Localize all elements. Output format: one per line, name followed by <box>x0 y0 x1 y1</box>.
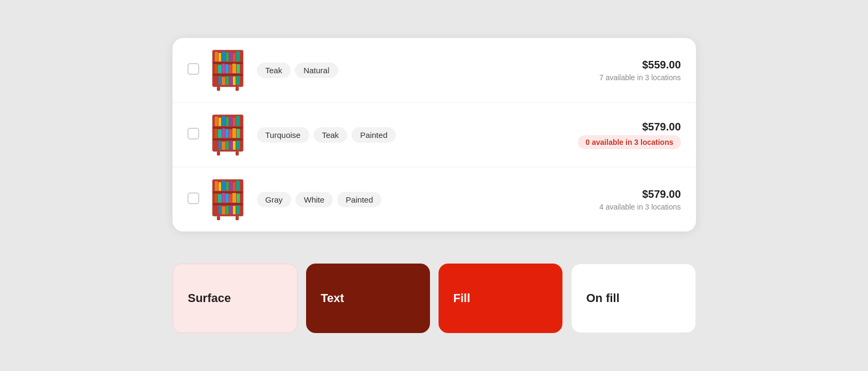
svg-rect-59 <box>229 181 232 191</box>
product-tag: White <box>295 192 333 207</box>
svg-rect-45 <box>222 142 225 150</box>
svg-rect-50 <box>217 151 220 156</box>
swatch-label: Fill <box>453 291 471 305</box>
svg-rect-47 <box>229 141 232 150</box>
svg-rect-25 <box>236 87 239 91</box>
swatch-text: Text <box>306 264 430 333</box>
svg-rect-5 <box>222 51 225 61</box>
svg-rect-55 <box>215 181 218 191</box>
svg-rect-2 <box>213 74 243 76</box>
product-info: $579.004 available in 3 locations <box>564 188 681 211</box>
svg-rect-62 <box>215 194 217 203</box>
svg-rect-24 <box>217 87 220 91</box>
svg-rect-73 <box>229 205 232 214</box>
svg-rect-1 <box>213 62 243 64</box>
svg-rect-70 <box>218 205 221 214</box>
product-info: $559.007 available in 3 locations <box>564 59 681 82</box>
product-row: TurquoiseTeakPainted$579.000 available i… <box>173 103 696 167</box>
swatch-surface: Surface <box>173 264 298 333</box>
svg-rect-40 <box>229 129 232 138</box>
product-image <box>209 178 247 221</box>
svg-rect-20 <box>226 76 229 85</box>
svg-rect-4 <box>218 53 221 61</box>
product-row: TeakNatural$559.007 available in 3 locat… <box>173 38 696 103</box>
svg-rect-67 <box>232 193 236 203</box>
svg-rect-74 <box>233 206 236 214</box>
svg-rect-21 <box>229 76 232 85</box>
svg-rect-46 <box>226 141 229 150</box>
svg-rect-66 <box>229 194 232 203</box>
svg-rect-10 <box>215 64 217 73</box>
svg-rect-65 <box>225 194 229 203</box>
product-tags: GrayWhitePainted <box>257 192 554 207</box>
svg-rect-71 <box>222 206 225 214</box>
svg-rect-49 <box>236 141 240 150</box>
main-container: TeakNatural$559.007 available in 3 locat… <box>173 38 696 333</box>
svg-rect-63 <box>218 194 222 203</box>
swatch-row: SurfaceTextFillOn fill <box>173 264 696 333</box>
product-tag: Natural <box>295 63 338 78</box>
svg-rect-48 <box>233 141 236 150</box>
swatch-on-fill: On fill <box>571 264 696 333</box>
svg-rect-11 <box>218 65 222 73</box>
svg-rect-19 <box>222 77 225 85</box>
svg-rect-3 <box>215 52 218 61</box>
swatch-fill: Fill <box>439 264 562 333</box>
svg-rect-76 <box>217 216 220 220</box>
svg-rect-41 <box>232 128 236 138</box>
svg-rect-56 <box>218 182 221 191</box>
product-tag: Teak <box>314 127 348 143</box>
svg-rect-44 <box>218 141 221 150</box>
svg-rect-28 <box>213 138 243 141</box>
product-checkbox[interactable] <box>187 128 199 140</box>
swatch-label: On fill <box>587 291 620 305</box>
svg-rect-37 <box>218 129 222 138</box>
svg-rect-51 <box>236 151 239 156</box>
svg-rect-23 <box>236 76 240 85</box>
svg-rect-18 <box>218 76 221 85</box>
svg-rect-69 <box>215 206 218 214</box>
checkbox-wrap <box>187 63 199 77</box>
product-price: $579.00 <box>564 188 681 200</box>
svg-rect-36 <box>215 129 217 138</box>
svg-rect-34 <box>233 118 236 126</box>
svg-rect-35 <box>236 116 240 126</box>
svg-rect-58 <box>226 182 229 191</box>
svg-rect-60 <box>233 182 236 191</box>
svg-rect-75 <box>236 205 240 214</box>
availability-text: 7 available in 3 locations <box>564 73 681 82</box>
product-checkbox[interactable] <box>187 63 199 75</box>
product-tag: Gray <box>257 192 292 207</box>
checkbox-wrap <box>187 128 199 142</box>
svg-rect-53 <box>213 191 243 194</box>
availability-text: 4 available in 3 locations <box>564 203 681 211</box>
svg-rect-72 <box>226 206 229 214</box>
svg-rect-54 <box>213 203 243 205</box>
svg-rect-32 <box>226 117 229 126</box>
svg-rect-30 <box>218 118 221 126</box>
product-checkbox[interactable] <box>187 192 199 204</box>
product-price: $559.00 <box>564 59 681 71</box>
product-image <box>209 113 247 156</box>
svg-rect-77 <box>236 216 239 220</box>
svg-rect-15 <box>232 64 236 73</box>
availability-badge: 0 available in 3 locations <box>578 135 681 149</box>
svg-rect-12 <box>222 64 225 73</box>
svg-rect-22 <box>233 76 236 85</box>
svg-rect-31 <box>222 116 225 126</box>
product-row: GrayWhitePainted$579.004 available in 3 … <box>173 167 696 231</box>
swatch-label: Text <box>321 291 345 305</box>
svg-rect-42 <box>237 129 240 138</box>
svg-rect-68 <box>237 194 240 203</box>
svg-rect-33 <box>229 117 232 126</box>
svg-rect-6 <box>226 52 229 61</box>
svg-rect-13 <box>225 64 229 73</box>
svg-rect-27 <box>213 127 243 129</box>
svg-rect-57 <box>222 181 225 191</box>
product-tags: TurquoiseTeakPainted <box>257 127 554 143</box>
svg-rect-43 <box>215 141 218 150</box>
product-tags: TeakNatural <box>257 63 554 78</box>
product-image <box>209 49 247 91</box>
product-tag: Turquoise <box>257 127 309 143</box>
swatch-label: Surface <box>188 291 231 305</box>
